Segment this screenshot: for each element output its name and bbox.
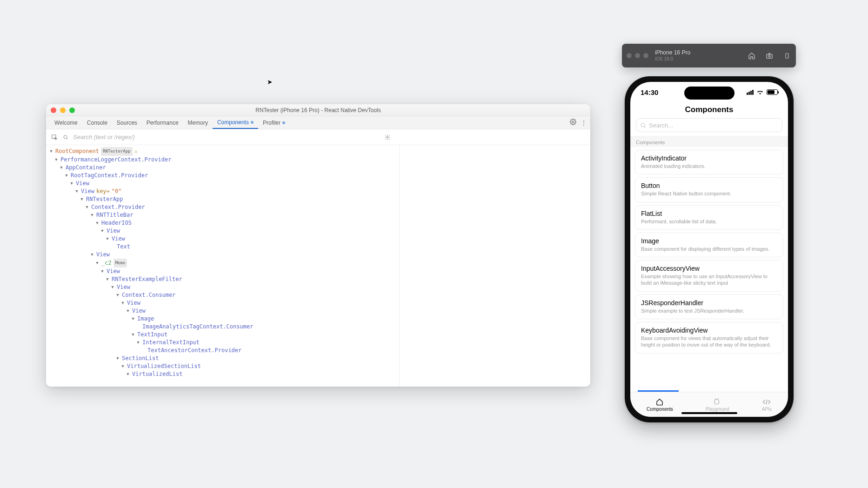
component-card[interactable]: InputAccessoryViewExample showing how to… bbox=[635, 260, 783, 292]
phone-tab-apis[interactable]: APIs bbox=[762, 398, 772, 412]
components-list-search-input[interactable] bbox=[649, 122, 778, 129]
tree-row[interactable]: ▼AppContainer bbox=[49, 164, 399, 172]
card-title: JSResponderHandler bbox=[641, 299, 777, 307]
component-card[interactable]: JSResponderHandlerSimple example to test… bbox=[635, 294, 783, 319]
tree-row[interactable]: ▼HeaderIOS bbox=[49, 219, 399, 227]
components-search-row bbox=[46, 129, 590, 145]
disclosure-triangle-icon[interactable]: ▼ bbox=[126, 370, 130, 378]
disclosure-triangle-icon[interactable]: ▼ bbox=[74, 187, 79, 195]
devtools-tab-performance[interactable]: Performance bbox=[142, 116, 183, 129]
devtools-tab-memory[interactable]: Memory bbox=[183, 116, 213, 129]
devtools-tab-welcome[interactable]: Welcome bbox=[50, 116, 82, 129]
tree-row[interactable]: ▼RNTesterApp bbox=[49, 195, 399, 203]
tree-row[interactable]: ▼View bbox=[49, 180, 399, 187]
sim-window-minimize-button[interactable] bbox=[635, 53, 640, 58]
disclosure-triangle-icon[interactable]: ▼ bbox=[115, 354, 120, 362]
tree-row[interactable]: ▼View bbox=[49, 283, 399, 291]
settings-gear-icon[interactable] bbox=[570, 119, 576, 127]
phone-tab-playground[interactable]: Playground bbox=[706, 398, 729, 412]
window-maximize-button[interactable] bbox=[69, 107, 75, 113]
devtools-tab-profiler[interactable]: Profiler bbox=[258, 116, 290, 129]
sim-window-close-button[interactable] bbox=[627, 53, 632, 58]
tree-row[interactable]: ▼VirtualizedSectionList bbox=[49, 362, 399, 370]
disclosure-triangle-icon[interactable]: ▼ bbox=[80, 195, 84, 203]
sim-window-maximize-button[interactable] bbox=[643, 53, 648, 58]
disclosure-triangle-icon[interactable]: ▼ bbox=[54, 156, 59, 164]
tree-row[interactable]: ▼PerformanceLoggerContext.Provider bbox=[49, 156, 399, 164]
component-card[interactable]: ButtonSimple React Native button compone… bbox=[635, 177, 783, 202]
disclosure-triangle-icon[interactable]: ▼ bbox=[59, 164, 64, 172]
components-settings-icon[interactable] bbox=[384, 134, 391, 141]
devtools-tab-components[interactable]: Components bbox=[213, 116, 258, 129]
phone-tab-components[interactable]: Components bbox=[647, 398, 673, 412]
component-card[interactable]: FlatListPerformant, scrollable list of d… bbox=[635, 205, 783, 230]
disclosure-triangle-icon[interactable]: ▼ bbox=[85, 203, 89, 211]
devtools-tab-sources[interactable]: Sources bbox=[112, 116, 142, 129]
components-list-search-box[interactable] bbox=[636, 118, 782, 132]
window-title: RNTester (iPhone 16 Pro) - React Native … bbox=[46, 107, 590, 114]
tree-node-name: Text bbox=[117, 243, 130, 251]
more-menu-icon[interactable]: ⋮ bbox=[581, 120, 587, 126]
window-minimize-button[interactable] bbox=[60, 107, 66, 113]
tree-row[interactable]: TextAncestorContext.Provider bbox=[49, 347, 399, 354]
disclosure-triangle-icon[interactable]: ▼ bbox=[105, 235, 110, 243]
disclosure-triangle-icon[interactable]: ▼ bbox=[115, 291, 120, 299]
component-card[interactable]: ImageBase component for displaying diffe… bbox=[635, 233, 783, 257]
simulator-rotate-icon[interactable] bbox=[783, 52, 791, 60]
tree-row[interactable]: ▼RNTTitleBar bbox=[49, 211, 399, 219]
components-search-input[interactable] bbox=[73, 134, 380, 140]
tree-row[interactable]: ▼Context.Provider bbox=[49, 203, 399, 211]
disclosure-triangle-icon[interactable]: ▼ bbox=[90, 211, 94, 219]
tree-row[interactable]: ▼VirtualizedList bbox=[49, 370, 399, 378]
element-picker-icon[interactable] bbox=[51, 134, 58, 141]
disclosure-triangle-icon[interactable]: ▼ bbox=[126, 307, 130, 315]
simulator-screenshot-icon[interactable] bbox=[765, 52, 774, 60]
tree-node-name: ImageAnalyticsTagContext.Consumer bbox=[142, 323, 253, 331]
disclosure-triangle-icon[interactable]: ▼ bbox=[120, 299, 125, 307]
disclosure-triangle-icon[interactable]: ▼ bbox=[120, 362, 125, 370]
simulator-home-icon[interactable] bbox=[748, 52, 756, 60]
tree-row[interactable]: ▼View bbox=[49, 251, 399, 259]
devtools-tab-console[interactable]: Console bbox=[82, 116, 112, 129]
simulator-toolbar[interactable]: iPhone 16 Pro iOS 18.0 bbox=[622, 44, 796, 67]
tree-row[interactable]: ▼Context.Consumer bbox=[49, 291, 399, 299]
disclosure-triangle-icon[interactable]: ▼ bbox=[95, 259, 100, 267]
tree-row[interactable]: ▼View key="0" bbox=[49, 187, 399, 195]
tree-row[interactable]: ▼View bbox=[49, 267, 399, 275]
disclosure-triangle-icon[interactable]: ▼ bbox=[90, 251, 94, 259]
disclosure-triangle-icon[interactable]: ▼ bbox=[136, 339, 140, 347]
tree-row[interactable]: ▼RootComponentRNTesterApp ⚠ bbox=[49, 147, 399, 156]
disclosure-triangle-icon[interactable]: ▼ bbox=[131, 331, 135, 339]
component-tree[interactable]: ▼RootComponentRNTesterApp ⚠▼PerformanceL… bbox=[46, 145, 400, 387]
tree-row[interactable]: ▼_c2Memo bbox=[49, 259, 399, 267]
tree-row[interactable]: ▼Image bbox=[49, 315, 399, 323]
window-close-button[interactable] bbox=[51, 107, 56, 113]
disclosure-triangle-icon[interactable]: ▼ bbox=[131, 315, 135, 323]
tree-row[interactable]: ▼SectionList bbox=[49, 354, 399, 362]
tree-row[interactable]: ▼RNTesterExampleFilter bbox=[49, 275, 399, 283]
tree-row[interactable]: Text bbox=[49, 243, 399, 251]
tree-row[interactable]: ▼TextInput bbox=[49, 331, 399, 339]
disclosure-triangle-icon[interactable]: ▼ bbox=[64, 172, 69, 180]
home-indicator bbox=[681, 412, 737, 414]
disclosure-triangle-icon[interactable]: ▼ bbox=[49, 147, 53, 155]
disclosure-triangle-icon[interactable]: ▼ bbox=[95, 219, 100, 227]
tree-row[interactable]: ▼InternalTextInput bbox=[49, 339, 399, 347]
component-card[interactable]: KeyboardAvoidingViewBase component for v… bbox=[635, 322, 783, 354]
tree-row[interactable]: ▼View bbox=[49, 227, 399, 235]
component-card[interactable]: ActivityIndicatorAnimated loading indica… bbox=[635, 150, 783, 174]
tree-row[interactable]: ▼View bbox=[49, 299, 399, 307]
window-titlebar[interactable]: RNTester (iPhone 16 Pro) - React Native … bbox=[46, 104, 590, 116]
tree-row[interactable]: ▼RootTagContext.Provider bbox=[49, 172, 399, 180]
disclosure-triangle-icon[interactable]: ▼ bbox=[69, 180, 74, 187]
tree-row[interactable]: ▼View bbox=[49, 235, 399, 243]
components-list[interactable]: ActivityIndicatorAnimated loading indica… bbox=[630, 147, 788, 392]
disclosure-triangle-icon[interactable]: ▼ bbox=[100, 227, 105, 235]
tree-row[interactable]: ImageAnalyticsTagContext.Consumer bbox=[49, 323, 399, 331]
card-subtitle: Simple React Native button component. bbox=[641, 190, 777, 197]
tree-node-name: View bbox=[127, 299, 140, 307]
disclosure-triangle-icon[interactable]: ▼ bbox=[105, 275, 110, 283]
tree-row[interactable]: ▼View bbox=[49, 307, 399, 315]
disclosure-triangle-icon[interactable]: ▼ bbox=[100, 267, 105, 275]
disclosure-triangle-icon[interactable]: ▼ bbox=[110, 283, 115, 291]
